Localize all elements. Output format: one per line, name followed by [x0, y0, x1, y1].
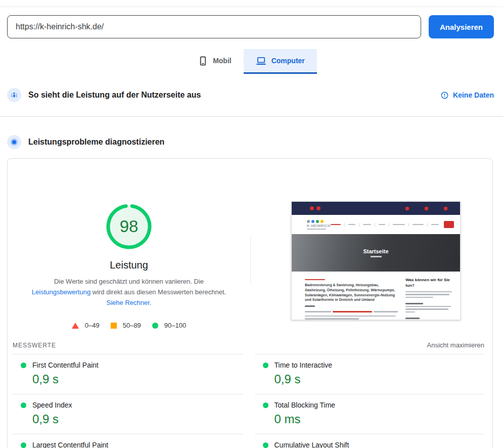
legend-average-range: 50–89	[123, 322, 141, 329]
metric-value: 0,9 s	[32, 372, 243, 386]
laptop-icon	[256, 56, 266, 66]
metric-label: Total Blocking Time	[275, 401, 336, 409]
analyze-button[interactable]: Analysieren	[429, 15, 494, 38]
diagnose-section-header: Leistungsprobleme diagnostizieren	[7, 131, 494, 153]
tab-mobile[interactable]: Mobil	[186, 49, 244, 74]
tab-mobile-label: Mobil	[213, 57, 232, 65]
metrics-header: MESSWERTE Ansicht maximieren	[8, 334, 492, 354]
performance-score-block: 98 Leistung Die Werte sind geschätzt und…	[8, 202, 250, 329]
clock-icon	[405, 207, 409, 210]
metrics-heading: MESSWERTE	[13, 342, 56, 349]
no-data-link[interactable]: Keine Daten	[441, 91, 494, 99]
metric-value: 0,9 s	[275, 372, 485, 386]
legend-fail-range: 0–49	[85, 322, 100, 329]
header-divider	[0, 0, 503, 7]
score-value: 98	[105, 202, 153, 251]
preview-hero-title: Startseite	[363, 248, 388, 254]
device-tabs: Mobil Computer	[0, 49, 503, 74]
pass-dot-icon	[263, 402, 268, 408]
preview-aside-heading: Was können wir für Sie tun?	[405, 278, 452, 289]
pass-circle-icon	[152, 323, 158, 329]
page-screenshot-thumbnail[interactable]: K.HEINRICH Startseite	[291, 201, 461, 320]
info-icon	[441, 92, 448, 99]
search-bar: Analysieren	[0, 7, 503, 38]
pass-dot-icon	[263, 363, 268, 368]
preview-contact-button	[444, 221, 454, 228]
diagnose-title: Leistungsprobleme diagnostizieren	[28, 138, 164, 147]
social-icon	[316, 206, 321, 210]
metric-speed-index: Speed Index 0,9 s	[13, 394, 243, 434]
metric-label: Speed Index	[32, 401, 72, 409]
metric-time-to-interactive: Time to Interactive 0,9 s	[255, 354, 485, 394]
pass-dot-icon	[21, 402, 26, 408]
metrics-grid: First Contentful Paint 0,9 s Speed Index…	[8, 354, 492, 448]
report-card: 98 Leistung Die Werte sind geschätzt und…	[7, 158, 493, 448]
legend-item-pass: 90–100	[152, 322, 186, 329]
tab-desktop-label: Computer	[271, 57, 305, 65]
fail-triangle-icon	[72, 323, 79, 329]
score-gauge[interactable]: 98	[105, 202, 153, 251]
metric-total-blocking-time: Total Blocking Time 0 ms	[255, 394, 485, 434]
scoring-link[interactable]: Leistungsbewertung	[32, 288, 90, 296]
no-data-label: Keine Daten	[453, 91, 494, 99]
metric-first-contentful-paint: First Contentful Paint 0,9 s	[13, 354, 243, 394]
metric-label: Cumulative Layout Shift	[275, 441, 349, 448]
pass-dot-icon	[21, 363, 26, 368]
diagnose-target-icon	[7, 135, 21, 149]
field-data-title: So sieht die Leistung auf der Nutzerseit…	[28, 91, 201, 100]
preview-topbar	[292, 202, 460, 215]
legend-item-average: 50–89	[111, 322, 141, 329]
calculator-link[interactable]: Siehe Rechner	[107, 299, 150, 306]
vertical-separator	[250, 236, 251, 284]
metric-cumulative-layout-shift: Cumulative Layout Shift 0,006	[255, 434, 485, 448]
phone-icon	[444, 207, 447, 210]
metric-value: 0,9 s	[32, 412, 243, 426]
preview-brand: K.HEINRICH	[307, 224, 331, 228]
legend-item-fail: 0–49	[72, 322, 100, 329]
average-square-icon	[111, 323, 117, 329]
preview-hero: Startseite	[292, 234, 460, 272]
tab-desktop[interactable]: Computer	[244, 49, 317, 74]
metric-label: First Contentful Paint	[32, 361, 99, 369]
score-disclaimer: Die Werte sind geschätzt und können vari…	[26, 277, 232, 308]
users-icon	[7, 88, 21, 102]
preview-navbar: K.HEINRICH	[292, 215, 460, 234]
legend-pass-range: 90–100	[164, 322, 186, 329]
pass-dot-icon	[21, 442, 26, 448]
score-label: Leistung	[8, 259, 250, 271]
logo-icons	[307, 220, 331, 223]
metric-label: Largest Contentful Paint	[32, 441, 108, 448]
metric-value: 0 ms	[275, 412, 485, 426]
mail-icon	[425, 207, 428, 210]
maximize-view-link[interactable]: Ansicht maximieren	[427, 341, 484, 349]
disclaimer-text-1: Die Werte sind geschätzt und können vari…	[54, 278, 204, 285]
preview-nav-links	[331, 222, 439, 227]
url-input[interactable]	[7, 15, 421, 38]
field-data-section-header: So sieht die Leistung auf der Nutzerseit…	[7, 84, 494, 106]
disclaimer-text-2: wird direkt aus diesen Messwerten berech…	[90, 288, 226, 296]
preview-hero-subtitle	[371, 256, 382, 257]
disclaimer-text-3: .	[150, 299, 152, 306]
pass-dot-icon	[263, 442, 268, 448]
preview-main-heading: Badrenovierung & Sanierung, Heizungsbau,…	[305, 283, 398, 302]
smartphone-icon	[198, 56, 208, 66]
score-legend: 0–49 50–89 90–100	[8, 322, 250, 329]
social-icon	[310, 206, 314, 210]
preview-content: Badrenovierung & Sanierung, Heizungsbau,…	[292, 272, 460, 320]
metric-label: Time to Interactive	[275, 361, 333, 369]
section-divider	[0, 116, 503, 117]
metric-largest-contentful-paint: Largest Contentful Paint 1,0 s	[13, 434, 243, 448]
